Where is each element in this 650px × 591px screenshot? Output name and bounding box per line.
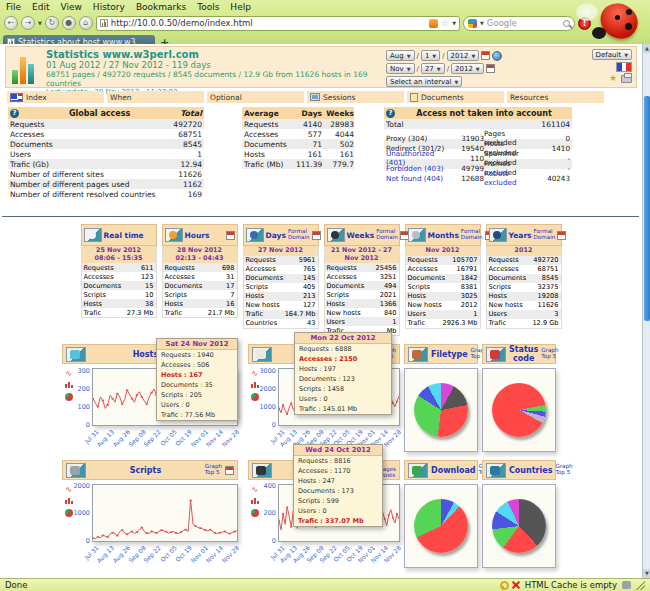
adblock-icon[interactable]: ! [578, 17, 591, 30]
status-link[interactable]: Robots excluded [484, 169, 538, 187]
row-label: Trafic [165, 309, 183, 317]
help-icon[interactable]: ? [10, 109, 19, 118]
menu-file[interactable]: File [6, 2, 21, 12]
google-icon [468, 19, 477, 28]
default-select[interactable]: Default▼ [592, 49, 632, 60]
row-label: Proxy (304) [386, 134, 450, 143]
line-chart-icon[interactable]: ∿ [251, 371, 258, 377]
status-pie-chart[interactable] [492, 383, 546, 437]
to-month-select[interactable]: Nov▼ [386, 63, 415, 74]
help-icon[interactable]: ? [386, 109, 395, 118]
bar-chart-icon[interactable] [65, 382, 73, 388]
scrollbar-thumb[interactable] [644, 96, 650, 321]
pie-chart-icon[interactable] [65, 393, 73, 401]
reload-icon[interactable]: ↻ [45, 16, 59, 30]
scroll-up-icon[interactable]: ▲ [643, 44, 650, 53]
chart-link[interactable]: Top 5 [555, 470, 570, 476]
tab-resources[interactable]: Resources [507, 91, 604, 103]
plot-area-scripts[interactable] [92, 484, 238, 542]
back-icon[interactable]: ← [4, 16, 18, 30]
navigation-toolbar: ← → ▼ ↻ ● ⌂ http://10.0.0.50/demo/index.… [0, 13, 650, 33]
tab-sessions[interactable]: Sessions [307, 91, 404, 103]
calendar-icon[interactable] [226, 231, 235, 240]
menu-view[interactable]: View [61, 2, 82, 12]
row-value: 12.9 Gb [532, 319, 558, 327]
calendar-icon[interactable] [486, 64, 495, 73]
stop-icon[interactable]: ● [62, 16, 76, 30]
chart-link[interactable]: Top 5 [205, 470, 220, 476]
calendar-icon[interactable] [312, 231, 321, 240]
search-placeholder[interactable]: Google [487, 18, 560, 28]
scroll-down-icon[interactable]: ▼ [643, 569, 650, 578]
french-flag-icon[interactable] [616, 62, 632, 72]
interval-select[interactable]: Select an interval▼ [386, 76, 462, 87]
panel-row: Requests698 [163, 263, 237, 272]
bookmark-star-icon[interactable]: ☆ [441, 18, 449, 28]
from-year-select[interactable]: 2012▼ [447, 50, 480, 61]
favourite-star-icon[interactable]: ★ [609, 74, 617, 83]
total-column-header: Total [180, 109, 202, 118]
bar-chart-icon[interactable] [251, 382, 259, 388]
tab-when[interactable]: When [107, 91, 204, 103]
panel-header-hours: Hours [162, 224, 238, 246]
globe-icon[interactable] [492, 51, 502, 61]
search-icon[interactable] [563, 20, 570, 27]
url-dropdown-icon[interactable]: ▼ [452, 20, 456, 26]
pie-box-download [404, 484, 478, 568]
cell: 161 [296, 150, 322, 159]
scripts-icon [66, 463, 86, 478]
calendar-icon[interactable] [557, 231, 566, 240]
cache-empty-icon[interactable] [512, 581, 520, 589]
status-link[interactable]: Not found (404) [386, 174, 450, 183]
filetype-icon [408, 347, 428, 362]
to-year-select[interactable]: 2012▼ [451, 63, 484, 74]
menu-tools[interactable]: Tools [197, 2, 219, 12]
to-day-select[interactable]: 27▼ [421, 63, 445, 74]
menu-bookmarks[interactable]: Bookmarks [136, 2, 186, 12]
menu-edit[interactable]: Edit [32, 2, 49, 12]
calendar-icon[interactable] [225, 466, 234, 475]
bar-chart-icon[interactable] [251, 498, 259, 504]
vertical-scrollbar[interactable]: ▲ ▼ [642, 44, 650, 578]
download-pie-chart[interactable] [414, 499, 468, 553]
panel-link[interactable]: Domain [288, 235, 310, 241]
line-chart-icon[interactable]: ∿ [65, 487, 72, 493]
forward-icon[interactable]: → [21, 16, 35, 30]
tab-index[interactable]: Index [7, 91, 104, 103]
bar-chart-icon[interactable] [65, 498, 73, 504]
pie-chart-icon[interactable] [251, 393, 259, 401]
panel-link[interactable]: Domain [461, 235, 483, 241]
row-label: Requests [84, 264, 114, 272]
pie-chart-icon[interactable] [251, 509, 259, 517]
from-day-select[interactable]: 1▼ [421, 50, 440, 61]
countries-pie-chart[interactable] [492, 499, 546, 553]
row-label: Users [327, 318, 345, 326]
line-chart-icon[interactable]: ∿ [65, 371, 72, 377]
resize-grip[interactable] [636, 581, 645, 590]
status-link[interactable]: Forbidden (403) [386, 164, 450, 173]
search-box[interactable]: ▼ Google [463, 16, 575, 31]
line-chart-icon[interactable]: ∿ [251, 487, 258, 493]
filetype-pie-chart[interactable] [414, 383, 468, 437]
pie-chart-icon[interactable] [65, 509, 73, 517]
printer-icon[interactable] [621, 75, 632, 83]
history-dropdown-icon[interactable]: ▼ [38, 20, 42, 26]
home-icon[interactable]: ⌂ [79, 16, 93, 30]
menu-history[interactable]: History [93, 2, 125, 12]
panel-link[interactable]: Domain [376, 235, 398, 241]
search-engine-dropdown-icon[interactable]: ▼ [480, 20, 484, 26]
key-icon[interactable] [498, 581, 507, 590]
rss-icon[interactable] [429, 19, 438, 28]
address-bar[interactable]: http://10.0.0.50/demo/index.html ☆ ▼ [96, 16, 460, 31]
panel-row: Documents1842 [406, 274, 480, 283]
tab-optional[interactable]: Optional [207, 91, 304, 103]
chart-link[interactable]: Top 5 [541, 354, 556, 360]
url-text[interactable]: http://10.0.0.50/demo/index.html [111, 18, 426, 28]
tab-documents[interactable]: Documents [407, 91, 504, 103]
menu-help[interactable]: Help [230, 2, 251, 12]
row-label: Requests [408, 256, 438, 264]
panel-link[interactable]: Domain [534, 235, 556, 241]
plugin-icon[interactable] [622, 581, 631, 589]
calendar-icon[interactable] [481, 51, 490, 60]
from-month-select[interactable]: Aug▼ [386, 50, 415, 61]
